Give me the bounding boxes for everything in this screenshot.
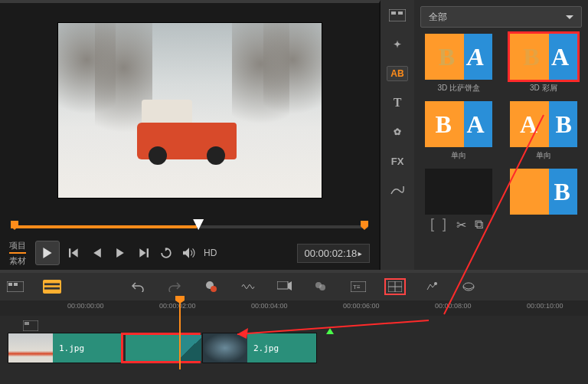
path-category-icon[interactable] [387,182,408,198]
play-button[interactable] [35,241,60,265]
hd-label[interactable]: HD [204,248,217,258]
transition-thumb[interactable]: BA单向 [420,101,498,161]
audio-mixer-icon[interactable] [239,280,257,294]
copy-icon[interactable]: ⧉ [475,218,483,231]
transition-thumb[interactable] [420,169,498,215]
video-track-icon[interactable] [22,319,39,333]
transition-thumb[interactable]: BA3D 比萨饼盒 [420,34,498,94]
transition-thumb[interactable]: BA3D 彩屑 [505,34,583,94]
redo-icon[interactable] [165,280,184,294]
marker-icon[interactable] [326,328,334,334]
media-category-icon[interactable] [387,8,408,23]
playhead[interactable] [179,300,181,369]
svg-point-12 [319,284,325,290]
category-sidebar: ✦ AB T ✿ FX [381,0,414,270]
fx-category-icon[interactable]: FX [387,153,408,169]
undo-icon[interactable] [129,280,147,294]
svg-rect-5 [14,283,18,286]
cut-icon[interactable]: ✂ [456,218,466,232]
preview-frame [57,22,322,199]
svg-rect-7 [44,287,60,290]
svg-rect-4 [8,283,12,286]
svg-text:T≡: T≡ [353,284,361,290]
library-panel: ✦ AB T ✿ FX 全部 BA3D 比萨饼盒 BA3D 彩屑 BA单向 AB… [381,0,588,270]
auto-music-icon[interactable] [276,280,294,294]
graphic-category-icon[interactable]: ✿ [387,124,408,139]
timeline-tracks[interactable]: 1.jpg 2.jpg [0,316,588,384]
loop-button[interactable] [158,245,175,261]
svg-rect-6 [44,283,60,285]
timecode-display[interactable]: 00:00:02:18▸ [297,244,370,263]
subtitle-icon[interactable]: T≡ [349,280,368,294]
preview-viewport[interactable] [0,3,379,218]
preview-panel: [ ] ✂ ⧉ 项目 素材 HD 00:00:02:18▸ [0,0,381,270]
svg-rect-0 [389,9,406,21]
next-frame-button[interactable] [112,245,129,261]
timeline-panel: T≡ 00:00:00:00 00:00:02:00 00:00:04:00 0… [0,270,588,384]
filter-dropdown[interactable]: 全部 [420,6,582,28]
volume-button[interactable] [181,245,198,261]
timeline-ruler[interactable]: 00:00:00:00 00:00:02:00 00:00:04:00 00:0… [0,300,588,316]
storyboard-view-icon[interactable] [6,280,24,294]
svg-point-18 [434,282,437,285]
pan-zoom-icon[interactable] [459,280,478,294]
transition-thumb[interactable]: B [505,169,583,215]
mark-in-icon[interactable]: [ [430,216,434,232]
project-label[interactable]: 项目 [9,240,26,254]
in-marker-icon[interactable] [11,221,18,230]
transition-thumb[interactable]: AB单向 [505,101,583,161]
prev-frame-button[interactable] [89,245,106,261]
material-label[interactable]: 素材 [9,255,26,267]
title-category-icon[interactable]: T [387,95,408,110]
record-icon[interactable] [202,280,220,294]
sparkle-category-icon[interactable]: ✦ [387,37,408,52]
skip-start-button[interactable] [66,245,83,261]
timeline-clip[interactable]: 2.jpg [202,333,317,363]
svg-rect-21 [24,322,29,325]
skip-end-button[interactable] [135,245,152,261]
svg-rect-10 [277,281,288,289]
transport-controls: 项目 素材 HD 00:00:02:18▸ [0,236,379,270]
multi-trim-icon[interactable] [386,280,404,294]
svg-rect-1 [391,11,396,15]
timeline-toolbar: T≡ [0,273,588,300]
timeline-view-icon[interactable] [43,280,61,294]
svg-rect-2 [398,11,403,15]
out-marker-icon[interactable] [361,221,368,230]
transition-clip[interactable] [121,333,201,363]
transition-category-icon[interactable]: AB [387,66,408,81]
batch-convert-icon[interactable] [312,280,331,294]
mark-out-icon[interactable]: ] [443,216,446,232]
svg-point-9 [211,286,217,292]
motion-track-icon[interactable] [423,280,441,294]
timeline-clip[interactable]: 1.jpg [8,333,122,363]
scrub-bar[interactable]: [ ] ✂ ⧉ [11,218,368,236]
